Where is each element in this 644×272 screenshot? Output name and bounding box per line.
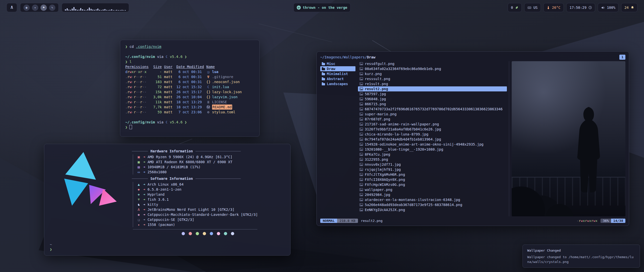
file-item[interactable]: 5a266e448add93deab367d87173e9f25-6837886… [358,202,507,207]
file-item[interactable]: 217167-sad-anime-rain-wallpaper.png [358,122,507,127]
image-file-icon [359,208,363,211]
image-file-icon [359,168,363,171]
file-item[interactable]: EeNKYgIUcAAJ5JX.png [358,207,507,212]
folder-icon [322,78,325,80]
image-file-icon [359,183,363,186]
terminal-text-segment [125,115,127,119]
directory-item[interactable]: Landscapes [320,81,355,86]
arrow-icon: ➜ [143,192,145,197]
file-item[interactable]: super-mario.png [358,112,507,117]
file-item[interactable]: 154928-odinokoe_anime-art-anime-okno-sin… [358,142,507,147]
arrow-icon: ➜ [143,159,145,164]
file-item[interactable]: nnvuv0xj2df71.jpg [358,162,507,167]
file-size: 15k [151,89,162,94]
file-item[interactable]: 3126f7e9bbf21a8a4af0b67b041c6e26.jpg [358,127,507,132]
directory-item[interactable]: Draw [320,66,355,71]
file-item[interactable]: ressdfgult.png [358,61,507,66]
file-item[interactable]: FXfcJlTXgAMvH6R.png [358,172,507,177]
launcher-button[interactable]: Λ [7,3,17,12]
file-item[interactable]: result2.png [358,86,507,91]
file-item[interactable]: resssult.png [358,76,507,81]
file-item[interactable]: 08a634fa02a32364f69ebc86a98eb1eb.png [358,66,507,71]
workspace-icon: ⚑ [43,6,45,9]
notifications-module[interactable]: 24 [621,3,637,12]
file-item[interactable]: 866715.png [358,101,507,107]
file-item[interactable]: 3122955.png [358,157,507,162]
clock-module[interactable]: 17:50:29 [566,3,595,12]
info-value: kitty [147,202,158,207]
file-manager-window[interactable]: ~/Imagenes/Wallpapers/Draw 1 Misc Draw M… [316,51,629,226]
file-type-icon: Ⓜ [206,105,210,110]
workspace-button[interactable]: ✎ [49,5,55,11]
file-name: 154928-odinokoe_anime-art-anime-okno-sin… [365,142,484,147]
file-name: 68747470733a2f2f696d616765732d7769786d70… [365,107,503,112]
directory-item[interactable]: Misc [320,61,355,66]
system-info: Hardware Information ▣ ➜ AMD Ryzen 9 590… [125,148,285,235]
volume-label: 100% [607,6,615,10]
keyboard-layout-module[interactable]: US [524,3,541,12]
file-item[interactable]: 68747470733a2f2f696d616765732d7769786d70… [358,107,507,112]
notification-toast[interactable]: Wallpaper Changed Wallpaper changed to /… [522,245,640,268]
fetch-terminal-window[interactable]: Hardware Information ▣ ➜ AMD Ryzen 9 590… [44,144,291,256]
palette-dot [217,232,220,235]
terminal-line [125,115,254,120]
directory-item[interactable]: Abstract [320,76,355,81]
temperature-module[interactable]: 26°C [543,3,564,12]
prompt-path: ~ [50,242,285,247]
software-info-icon: ❖ [137,192,141,197]
terminal-window[interactable]: ❯ cd .config/nvim ~/.config/nvim via ☾ v… [120,40,260,137]
file-item[interactable]: 0c794faf07de24a4db4d4fb1eb813964.jpg [358,137,507,142]
workspace-button[interactable]: ◉ [23,5,30,11]
file-item[interactable]: 8FKa7Cu.jpeg [358,152,507,157]
file-item[interactable]: 596848.jpg [358,96,507,101]
file-name-cell: ⚙ stylua.toml [206,110,254,115]
section-divider [133,229,257,229]
media-player-widget[interactable]: thrown - on the verge [293,3,350,12]
file-item[interactable]: 20492984.jpg [358,192,507,197]
image-file-icon [359,148,363,151]
file-name: re1sult.png [365,81,388,86]
tab-indicator[interactable]: 1 [619,55,625,60]
info-value: Hyprland [147,192,164,197]
file-item[interactable]: 87r687df.png [358,117,507,122]
image-file-icon [359,92,363,95]
info-value: 10948MiB / 64183MiB (17%) [147,164,200,169]
workspace-icon: ✦ [34,6,36,9]
terminal-text-segment: ☾ [166,55,170,59]
volume-module[interactable]: 100% [598,3,619,12]
hardware-info-icon: ▤ [137,164,141,169]
software-info-icon: ♞ [137,202,141,207]
listing-header-row: Permissions Size User Date Modified Name [125,64,254,69]
top-bar-left-cluster: Λ ◉ ✦ ⚑ ✎ [7,3,129,12]
file-name-cell: ≣ LICENSE [206,99,254,105]
visualizer-bar [113,10,114,11]
hardware-info-icon: ▣ [137,154,141,159]
col-header-date: Date Modified [176,64,204,69]
workspace-button[interactable]: ⚑ [41,5,47,11]
file-item[interactable]: 587597.jpg [358,91,507,96]
workspace-button[interactable]: ✦ [32,5,38,11]
file-item[interactable]: chica-mirando-la-luna-8799.jpg [358,132,507,137]
visualizer-bar [97,9,98,11]
visualizer-bar [122,10,123,11]
file-item[interactable]: wallpaper.png [358,187,507,192]
file-permissions: .rw-r--r-- [125,79,148,84]
software-info-icon: ❀ [137,212,141,217]
directory-item[interactable]: Minimalist [320,71,355,76]
file-item[interactable]: FXfcII0X0AQyn9X.png [358,177,507,182]
file-item[interactable]: re1sult.png [358,81,507,86]
file-item[interactable]: rsjqojlmjhf91.jpg [358,167,507,172]
file-item[interactable]: atardecer-en-la-montanas-ilustracion-634… [358,197,507,202]
file-name-cell: ☾ init.lua [206,84,254,89]
updates-module[interactable]: 0 [508,3,522,12]
listing-row: .rw-r--r-- 11k matt 18 oct 13:29 ≣ LICEN… [125,99,254,105]
file-size: - [151,69,162,74]
list-position: 14/38 [611,219,625,223]
scroll-percentage: 36% [600,219,611,223]
thermometer-icon [547,6,550,9]
file-item[interactable]: 19201080-__blue-tinge__-1920×1080.jpg [358,147,507,152]
file-item[interactable]: kurz.png [358,71,507,76]
visualizer-bar [115,10,116,11]
file-item[interactable]: FXfcHgcWIAMzs0G.png [358,182,507,187]
image-file-icon [359,178,363,181]
